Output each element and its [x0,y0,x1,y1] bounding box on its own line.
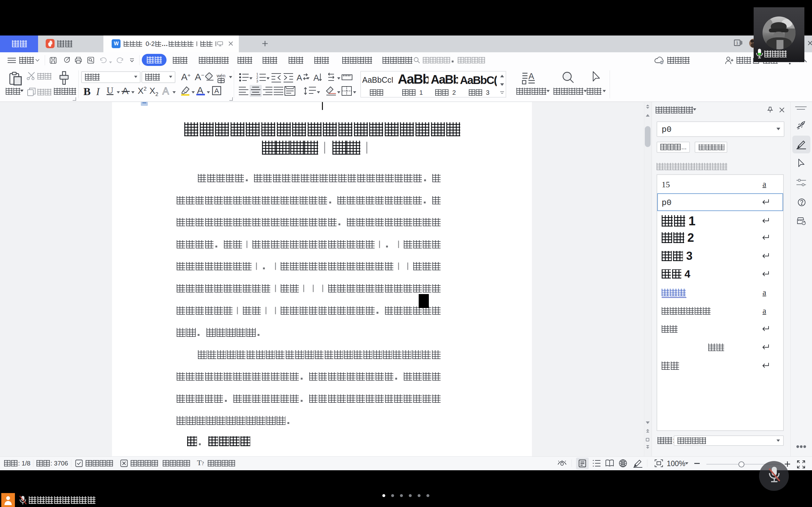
svg-text:A: A [214,87,219,95]
svg-text:1: 1 [736,41,738,45]
svg-text:A: A [297,73,302,82]
svg-text:A: A [313,73,319,82]
svg-text:wén: wén [216,73,225,78]
svg-text:3: 3 [256,79,258,82]
svg-text:A: A [528,72,534,81]
